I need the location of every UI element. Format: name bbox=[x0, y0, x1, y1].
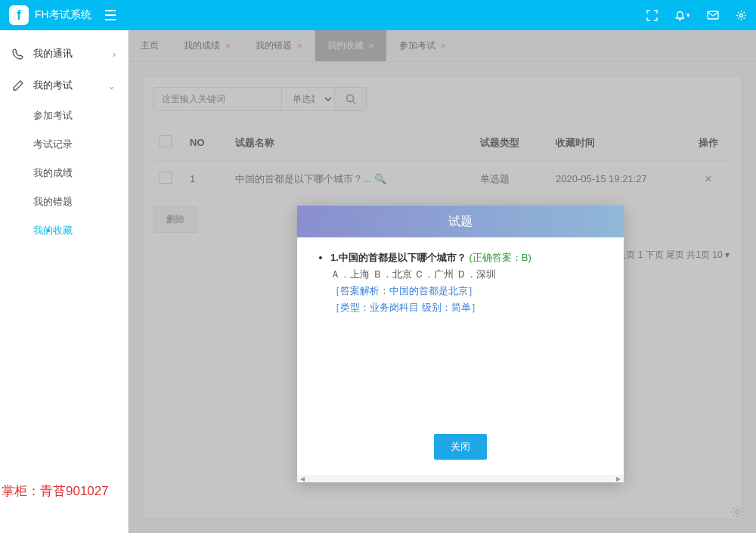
sidebar-item-label: 我的通讯 bbox=[33, 47, 73, 60]
question-number: 1. bbox=[330, 252, 339, 263]
modal-footer: 关闭 bbox=[297, 423, 624, 475]
top-bar: f FH考试系统 ▾ bbox=[0, 0, 756, 30]
question-text: 中国的首都是以下哪个城市？ bbox=[339, 252, 466, 263]
gear-icon[interactable] bbox=[736, 10, 747, 21]
sidebar-submenu: 参加考试 考试记录 我的成绩 我的错题 我的收藏 bbox=[0, 101, 128, 245]
scroll-right-icon[interactable]: ▶ bbox=[615, 475, 622, 482]
sidebar-sub-takeexam[interactable]: 参加考试 bbox=[33, 101, 128, 130]
sidebar-item-exam[interactable]: 我的考试 ⌄ bbox=[0, 70, 128, 101]
answer-analysis: ［答案解析：中国的首都是北京］ bbox=[330, 284, 604, 298]
fullscreen-icon[interactable] bbox=[646, 10, 658, 21]
active-dot-icon bbox=[47, 229, 50, 232]
modal-scrollbar[interactable]: ◀ ▶ bbox=[297, 475, 624, 482]
svg-rect-0 bbox=[708, 11, 718, 19]
close-button[interactable]: 关闭 bbox=[434, 434, 487, 460]
chevron-down-icon: ⌄ bbox=[107, 80, 116, 91]
mail-icon[interactable] bbox=[707, 11, 719, 20]
bell-icon[interactable]: ▾ bbox=[674, 10, 690, 21]
menu-toggle-icon[interactable] bbox=[102, 7, 119, 23]
sidebar-sub-scores[interactable]: 我的成绩 bbox=[33, 159, 128, 187]
sidebar-item-contacts[interactable]: 我的通讯 › bbox=[0, 38, 128, 70]
watermark-text: 掌柜：青苔901027 bbox=[2, 482, 109, 500]
app-logo: f bbox=[9, 5, 29, 25]
sidebar-sub-favorites[interactable]: 我的收藏 bbox=[33, 216, 128, 245]
phone-icon bbox=[12, 48, 26, 60]
sidebar-sub-wrong[interactable]: 我的错题 bbox=[33, 187, 128, 216]
question-options: Ａ．上海 Ｂ．北京 Ｃ．广州 Ｄ．深圳 bbox=[330, 268, 604, 281]
modal-body: 1.中国的首都是以下哪个城市？ (正确答案：B) Ａ．上海 Ｂ．北京 Ｃ．广州 … bbox=[297, 237, 624, 423]
pencil-icon bbox=[12, 79, 26, 91]
question-meta: ［类型：业务岗科目 级别：简单］ bbox=[330, 301, 604, 315]
scroll-left-icon[interactable]: ◀ bbox=[299, 475, 306, 482]
svg-point-3 bbox=[736, 510, 739, 514]
modal-title: 试题 bbox=[297, 206, 624, 237]
sidebar-sub-records[interactable]: 考试记录 bbox=[33, 130, 128, 159]
sidebar: 我的通讯 › 我的考试 ⌄ 参加考试 考试记录 我的成绩 我的错题 我的收藏 bbox=[0, 30, 129, 533]
sidebar-item-label: 我的考试 bbox=[33, 79, 73, 92]
app-title: FH考试系统 bbox=[35, 8, 91, 22]
correct-answer: (正确答案：B) bbox=[469, 252, 531, 263]
svg-point-1 bbox=[740, 14, 743, 17]
question-modal: 试题 1.中国的首都是以下哪个城市？ (正确答案：B) Ａ．上海 Ｂ．北京 Ｃ．… bbox=[297, 206, 624, 482]
settings-gear-icon[interactable] bbox=[730, 505, 744, 521]
chevron-right-icon: › bbox=[113, 48, 116, 60]
